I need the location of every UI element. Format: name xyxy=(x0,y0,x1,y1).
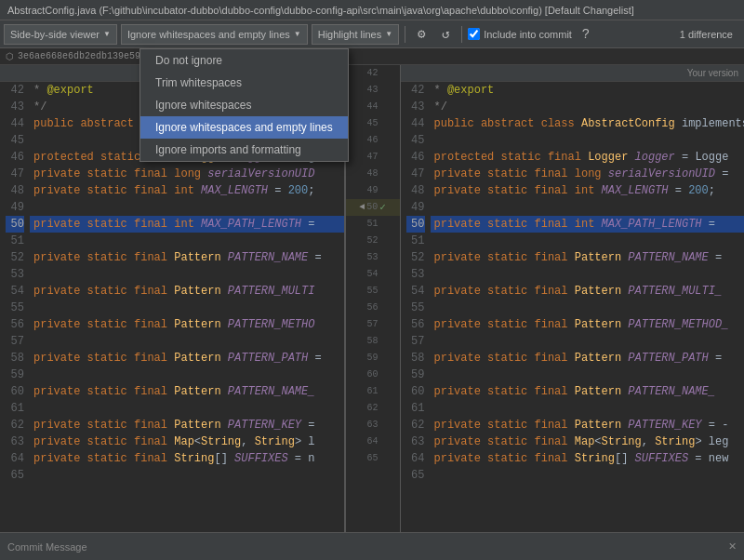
rln-64: 64 xyxy=(406,450,425,467)
right-line-56: private static final Pattern PATTERN_MET… xyxy=(431,316,745,333)
sync-icon[interactable]: ↺ xyxy=(435,24,456,45)
menu-item-ignore-ws[interactable]: Ignore whitespaces xyxy=(140,94,348,116)
hash-bar: ⬡ 3e6ae668e6db2edb139e59d3c5530c9 xyxy=(0,48,744,65)
right-line-60: private static final Pattern PATTERN_NAM… xyxy=(431,383,745,400)
settings-icon[interactable]: ⚙ xyxy=(411,24,432,45)
ln-43: 43 xyxy=(6,99,24,115)
diff-count: 1 difference xyxy=(680,29,740,40)
left-line-47: private static final long serialVersionU… xyxy=(30,166,344,182)
rln-65: 65 xyxy=(406,467,425,484)
left-line-59 xyxy=(30,367,344,383)
gutter-51: 51 xyxy=(346,216,400,233)
right-line-63: private static final Map<String, String>… xyxy=(431,433,745,450)
gutter-50: ◄ 50 ✓ xyxy=(346,199,400,216)
gutter-64: 64 xyxy=(346,433,400,450)
left-line-51 xyxy=(30,233,344,249)
menu-item-do-not-ignore[interactable]: Do not ignore xyxy=(140,49,348,72)
gutter-65: 65 xyxy=(346,450,400,467)
ln-44: 44 xyxy=(6,115,24,132)
rln-60: 60 xyxy=(406,383,425,400)
rln-42: 42 xyxy=(406,82,425,99)
right-line-62: private static final Pattern PATTERN_KEY… xyxy=(431,417,745,433)
menu-item-ignore-ws-empty[interactable]: Ignore whitespaces and empty lines xyxy=(140,116,348,139)
gutter-54: 54 xyxy=(346,266,400,283)
gutter-56: 56 xyxy=(346,300,400,316)
left-line-55 xyxy=(30,300,344,316)
rln-47: 47 xyxy=(406,166,425,182)
view-mode-arrow: ▼ xyxy=(103,30,111,38)
include-commit-checkbox[interactable]: Include into commit xyxy=(468,28,572,40)
menu-item-ignore-imports[interactable]: Ignore imports and formatting xyxy=(140,139,348,161)
left-line-56: private static final Pattern PATTERN_MET… xyxy=(30,316,344,333)
left-line-64: private static final String[] SUFFIXES =… xyxy=(30,450,344,467)
gutter-50-num: 50 xyxy=(366,199,378,216)
left-line-63: private static final Map<String, String>… xyxy=(30,433,344,450)
left-line-52: private static final Pattern PATTERN_NAM… xyxy=(30,249,344,266)
right-line-47: private static final long serialVersionU… xyxy=(431,166,745,182)
right-line-64: private static final String[] SUFFIXES =… xyxy=(431,450,745,467)
left-line-60: private static final Pattern PATTERN_NAM… xyxy=(30,383,344,400)
rln-51: 51 xyxy=(406,233,425,249)
gutter-52: 52 xyxy=(346,233,400,249)
whitespace-dropdown[interactable]: Ignore whitespaces and empty lines ▼ xyxy=(121,24,308,45)
rln-61: 61 xyxy=(406,400,425,417)
left-line-numbers: 42 43 44 45 46 47 48 49 50 51 52 53 54 5… xyxy=(0,82,30,484)
left-line-48: private static final int MAX_LENGTH = 20… xyxy=(30,182,344,199)
rln-45: 45 xyxy=(406,132,425,149)
right-line-58: private static final Pattern PATTERN_PAT… xyxy=(431,350,745,367)
ln-57: 57 xyxy=(6,333,24,350)
ln-63: 63 xyxy=(6,433,24,450)
left-line-62: private static final Pattern PATTERN_KEY… xyxy=(30,417,344,433)
highlight-dropdown[interactable]: Highlight lines ▼ xyxy=(312,24,399,45)
whitespace-label: Ignore whitespaces and empty lines xyxy=(127,29,290,40)
checkmark-50: ✓ xyxy=(379,199,386,216)
ln-56: 56 xyxy=(6,316,24,333)
gutter-48: 48 xyxy=(346,166,400,182)
right-line-65 xyxy=(431,467,745,484)
title-text: AbstractConfig.java (F:\github\incubator… xyxy=(7,5,634,16)
commit-message-label: Commit Message xyxy=(7,541,87,553)
left-line-61 xyxy=(30,400,344,417)
right-line-53 xyxy=(431,266,745,283)
gutter-42: 42 xyxy=(346,65,400,82)
right-line-54: private static final Pattern PATTERN_MUL… xyxy=(431,283,745,300)
gutter-58: 58 xyxy=(346,333,400,350)
rln-62: 62 xyxy=(406,417,425,433)
rln-46: 46 xyxy=(406,149,425,166)
right-line-52: private static final Pattern PATTERN_NAM… xyxy=(431,249,745,266)
ln-62: 62 xyxy=(6,417,24,433)
commit-close-icon[interactable]: ✕ xyxy=(728,540,737,553)
gutter-43: 43 xyxy=(346,82,400,99)
right-line-42: * @export xyxy=(431,82,745,99)
highlight-label: Highlight lines xyxy=(318,29,381,40)
include-commit-input[interactable] xyxy=(468,28,480,40)
left-line-49 xyxy=(30,199,344,216)
view-mode-dropdown[interactable]: Side-by-side viewer ▼ xyxy=(4,24,117,45)
gutter-45: 45 xyxy=(346,115,400,132)
left-arrow-50[interactable]: ◄ xyxy=(359,199,365,216)
ln-48: 48 xyxy=(6,182,24,199)
gutter-61: 61 xyxy=(346,383,400,400)
ln-59: 59 xyxy=(6,367,24,383)
gutter-44: 44 xyxy=(346,99,400,115)
menu-item-trim[interactable]: Trim whitespaces xyxy=(140,72,348,94)
gutter-59: 59 xyxy=(346,350,400,367)
include-commit-label: Include into commit xyxy=(484,29,572,40)
right-header-text: Your version xyxy=(687,68,738,78)
right-line-55 xyxy=(431,300,745,316)
ln-64: 64 xyxy=(6,450,24,467)
gutter-46: 46 xyxy=(346,132,400,149)
right-pane-header: Your version xyxy=(401,65,745,82)
gutter-63: 63 xyxy=(346,417,400,433)
ln-49: 49 xyxy=(6,199,24,216)
gutter-49: 49 xyxy=(346,182,400,199)
help-icon[interactable]: ? xyxy=(576,24,596,45)
center-gutter: 42 43 44 45 46 47 48 49 ◄ 50 ✓ 51 52 53 … xyxy=(345,65,401,532)
diff-area: 42 43 44 45 46 47 48 49 50 51 52 53 54 5… xyxy=(0,65,744,532)
right-code-area: 42 43 44 45 46 47 48 49 50 51 52 53 54 5… xyxy=(401,82,745,484)
left-line-57 xyxy=(30,333,344,350)
right-line-51 xyxy=(431,233,745,249)
gutter-57: 57 xyxy=(346,316,400,333)
right-line-44: public abstract class AbstractConfig imp… xyxy=(431,115,745,132)
gutter-55: 55 xyxy=(346,283,400,300)
